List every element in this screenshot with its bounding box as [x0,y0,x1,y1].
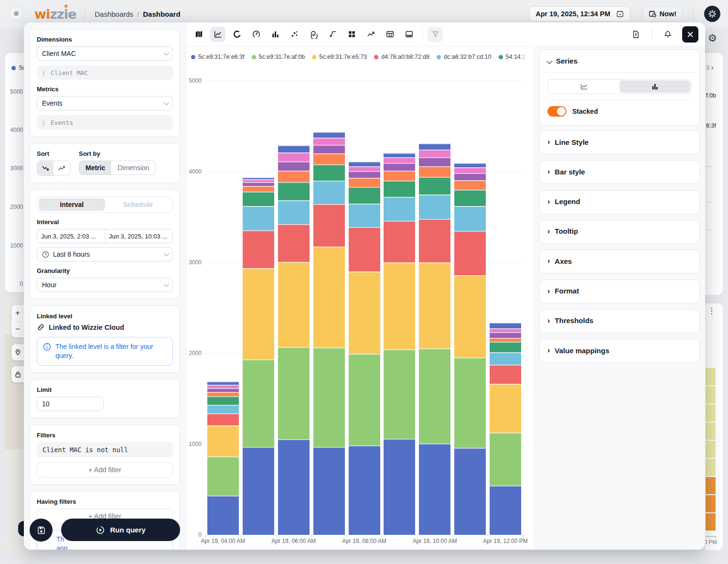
series-header[interactable]: Series [540,50,699,72]
drag-handle-icon[interactable]: ∥ [42,69,45,76]
filter-chip[interactable]: Client MAC is not null [37,442,173,457]
heatmap-cell [706,368,716,385]
bar-a-19-07-00-am[interactable] [313,132,345,535]
series-type-line-option[interactable] [549,80,620,93]
stacked-toggle[interactable] [547,106,567,117]
y-axis-tick-label: 3000 [189,259,202,266]
interval-end-input[interactable]: Jun 3, 2025, 10:03 ... [105,229,172,243]
legend-item[interactable]: 5c:e9:31:7e:af:0b [252,54,305,60]
viz-trend-button[interactable] [363,27,378,42]
settings-section-header[interactable]: ›Line Style [540,131,699,153]
avatar[interactable] [704,6,720,22]
legend-item[interactable]: 5c:e9:31:7e:e5:73 [312,54,367,60]
x-axis-tick-label: Apr 19, 08:00 AM [342,538,386,544]
granularity-value: Hour [42,281,164,289]
background-y-axis-label: 2000 [3,204,23,210]
viz-line-chart-button[interactable] [210,27,225,42]
tab-interval[interactable]: Interval [39,198,105,211]
kebab-menu-icon[interactable]: ⋮ [707,306,716,316]
settings-section-header[interactable]: ›Legend [540,191,699,213]
settings-section-header[interactable]: ›Thresholds [540,310,699,332]
limit-input[interactable] [37,397,104,411]
viz-scatter-button[interactable] [287,27,302,42]
settings-section-header[interactable]: ›Axes [540,250,699,272]
now-button[interactable]: Now! [642,6,683,22]
legend-item[interactable]: dc:a6:32:b7:cd:10 [437,54,491,60]
dimension-chip[interactable]: ∥ Client MAC [37,65,173,80]
background-legend-fragment: 5c [11,65,25,71]
locate-button[interactable] [11,344,24,360]
zoom-in-button[interactable]: + [11,305,24,321]
stacked-bar-chart[interactable] [205,81,523,535]
viz-spiral-button[interactable] [306,27,321,42]
background-pagination-fragment: 3 › [706,63,713,71]
sort-card: Sort Sort by Metric [30,143,180,183]
bar-a-19-05-00-am[interactable] [243,177,274,535]
trending-down-icon [42,164,49,172]
bar-segment [490,486,521,535]
bar-a-19-11-00-am[interactable] [454,163,486,535]
sort-by-dimension-option[interactable]: Dimension [111,161,155,174]
bar-segment [384,439,415,535]
report-button[interactable] [628,27,643,42]
app-logo[interactable]: wizzie ★ [34,7,76,22]
datetime-picker[interactable]: Apr 19, 2025, 12:34 PM [529,6,630,22]
save-button[interactable] [30,519,53,542]
drag-handle-icon[interactable]: ∥ [42,119,45,126]
sort-descending-button[interactable] [37,161,54,175]
logo-part-1: wi [34,7,50,22]
menu-icon[interactable]: ≡ [10,7,23,21]
gear-icon[interactable]: ⚙ [708,33,717,44]
add-filter-button[interactable]: + Add filter [37,462,173,477]
next-page-icon[interactable]: › [711,63,713,71]
settings-section-header[interactable]: ›Bar style [540,161,699,183]
bar-segment [490,332,521,338]
tab-schedule[interactable]: Schedule [105,198,171,211]
interval-start-input[interactable]: Jun 3, 2025, 2:03 ... [37,229,105,243]
viz-donut-button[interactable] [229,27,245,42]
breadcrumb-section[interactable]: Dashboards [95,10,133,18]
series-type-bar-option[interactable] [620,80,690,93]
interval-preset-select[interactable]: Last 8 hours [37,247,173,261]
settings-section-header[interactable]: ›Value mappings [540,339,699,361]
heatmap-cell [706,513,716,531]
settings-section-header[interactable]: ›Tooltip [540,220,699,242]
bar-a-19-06-00-am[interactable] [278,145,310,535]
bar-a-19-09-00-am[interactable] [384,153,415,535]
dimensions-select[interactable]: Client MAC [37,46,173,61]
close-button[interactable] [682,26,698,43]
lock-button[interactable] [11,366,24,382]
viz-table-button[interactable] [382,27,397,42]
y-axis-tick-label: 1000 [189,441,202,447]
viz-grid-button[interactable] [344,27,359,42]
bar-a-19-12-00-pm[interactable] [490,323,521,535]
legend-item[interactable]: 5c:e9:31:7e:e6:3f [191,54,245,60]
metrics-select[interactable]: Events [37,96,173,110]
linked-note-text: The linked level is a filter for your qu… [55,342,167,360]
bar-a-19-04-00-am[interactable] [207,381,239,535]
settings-section-header[interactable]: ›Format [540,280,699,302]
legend-item[interactable]: d4:76:a0:b8:72:d8 [374,54,429,60]
viz-flow-button[interactable] [325,27,340,42]
viz-map-button[interactable] [191,27,206,42]
info-icon [43,343,51,351]
zoom-out-button[interactable]: − [11,322,24,338]
bar-a-19-10-00-am[interactable] [419,143,450,535]
bar-segment [278,439,310,535]
viz-bar-chart-button[interactable] [268,27,283,42]
run-icon [96,525,105,535]
run-query-button[interactable]: Run query [61,519,180,541]
viz-footer-panel-button[interactable] [401,27,417,42]
filters-label: Filters [37,432,173,439]
sort-ascending-button[interactable] [54,161,70,175]
metric-chip[interactable]: ∥ Events [37,115,173,130]
alerts-button[interactable] [660,27,675,42]
legend-item[interactable]: 54:14:1 [499,54,527,60]
background-time-fragment: 0 PM [704,539,717,545]
filter-button[interactable] [428,27,443,42]
sort-by-metric-option[interactable]: Metric [79,161,111,174]
bar-a-19-08-00-am[interactable] [349,162,380,535]
bar-segment [490,342,521,352]
viz-gauge-button[interactable] [248,27,264,42]
granularity-select[interactable]: Hour [37,278,173,292]
